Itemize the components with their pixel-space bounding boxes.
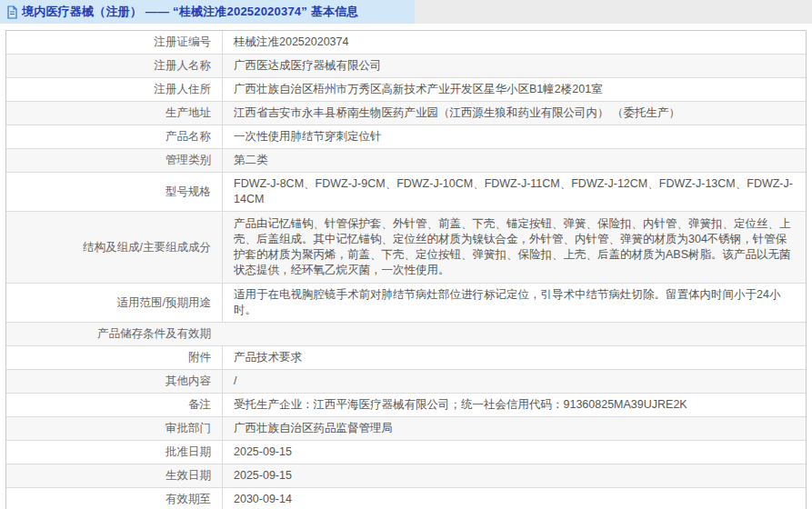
row-value: 产品由记忆锚钩、针管保护套、外针管、前盖、下壳、锚定按钮、弹簧、保险扣、内针管、…	[222, 212, 806, 283]
table-row: 结构及组成/主要组成成分产品由记忆锚钩、针管保护套、外针管、前盖、下壳、锚定按钮…	[6, 211, 806, 283]
row-value: 江西省吉安市永丰县桥南生物医药产业园（江西源生狼和药业有限公司内） （委托生产）	[222, 102, 806, 125]
table-row: 其他内容/	[6, 369, 806, 393]
row-value: 桂械注准20252020374	[222, 31, 806, 54]
row-label-text: 产品名称	[165, 129, 211, 145]
table-row: 注册人名称广西医达成医疗器械有限公司	[6, 54, 806, 77]
row-label: 有效期至	[6, 488, 222, 509]
row-label-text: 备注	[188, 397, 211, 413]
row-label-text: 注册人名称	[155, 58, 212, 74]
row-label: 注册证编号	[6, 31, 222, 54]
table-row: 附件产品技术要求	[6, 345, 806, 369]
row-value: 广西壮族自治区梧州市万秀区高新技术产业开发区星华小区B1幢2楼201室	[222, 78, 806, 101]
row-value: 广西医达成医疗器械有限公司	[222, 55, 806, 77]
table-row: 生效日期2025-09-15	[6, 464, 806, 487]
row-label: 生产地址	[6, 102, 222, 125]
table-row: 批准日期2025-09-15	[6, 440, 806, 464]
row-label: 生效日期	[6, 464, 222, 487]
table-row: 有效期至2030-09-14	[6, 487, 806, 509]
row-label-text: 注册证编号	[155, 35, 212, 50]
row-label-text: 产品储存条件及有效期	[97, 326, 211, 342]
row-label-text: 注册人住所	[155, 82, 212, 97]
row-value: /	[222, 370, 806, 393]
row-label-text: 型号规格	[165, 185, 211, 200]
row-label: 产品名称	[6, 125, 222, 148]
row-value: 2025-09-15	[222, 464, 806, 487]
row-label-text: 生效日期	[165, 468, 211, 484]
header-title-segment: 境内医疗器械（注册） —— “桂械注准20252020374” 基本信息	[0, 0, 415, 24]
row-label-text: 适用范围/预期用途	[117, 295, 211, 311]
row-label-text: 生产地址	[165, 105, 211, 121]
row-label-text: 有效期至	[165, 492, 211, 507]
row-label: 结构及组成/主要组成成分	[6, 236, 222, 259]
row-value: 一次性使用肺结节穿刺定位针	[222, 125, 806, 148]
table-row: 注册人住所广西壮族自治区梧州市万秀区高新技术产业开发区星华小区B1幢2楼201室	[6, 77, 806, 101]
table-row: 管理类别第二类	[6, 148, 806, 172]
row-label: 产品储存条件及有效期	[6, 323, 222, 345]
row-value: 第二类	[222, 149, 806, 172]
row-label: 适用范围/预期用途	[6, 292, 222, 314]
row-label-text: 审批部门	[165, 421, 211, 436]
table-row: 审批部门广西壮族自治区药品监督管理局	[6, 416, 806, 440]
row-value: 2030-09-14	[222, 488, 806, 509]
table-row: 产品名称一次性使用肺结节穿刺定位针	[6, 125, 806, 148]
row-label: 注册人住所	[6, 78, 222, 101]
row-value	[222, 323, 806, 345]
row-value: FDWZ-J-8CM、FDWZ-J-9CM、FDWZ-J-10CM、FDWZ-J…	[222, 173, 806, 211]
header-bar: 境内医疗器械（注册） —— “桂械注准20252020374” 基本信息	[0, 0, 812, 24]
row-label-text: 结构及组成/主要组成成分	[83, 240, 211, 255]
row-label: 备注	[6, 394, 222, 416]
page-title: 境内医疗器械（注册） —— “桂械注准20252020374” 基本信息	[22, 4, 359, 20]
table-row: 适用范围/预期用途适用于在电视胸腔镜手术前对肺结节病灶部位进行标记定位，引导术中…	[6, 283, 806, 322]
row-value: 适用于在电视胸腔镜手术前对肺结节病灶部位进行标记定位，引导术中结节病灶切除。留置…	[222, 284, 806, 322]
row-label: 审批部门	[6, 417, 222, 440]
row-value: 2025-09-15	[222, 441, 806, 464]
table-row: 备注受托生产企业：江西平海医疗器械有限公司；统一社会信用代码：91360825M…	[6, 393, 806, 416]
row-value: 产品技术要求	[222, 346, 806, 369]
row-value: 广西壮族自治区药品监督管理局	[222, 417, 806, 440]
row-label: 注册人名称	[6, 55, 222, 77]
row-label-text: 附件	[188, 350, 211, 365]
row-label-text: 批准日期	[165, 444, 211, 460]
row-label: 管理类别	[6, 149, 222, 172]
row-label-text: 管理类别	[165, 153, 211, 168]
row-label: 型号规格	[6, 181, 222, 204]
table-row: 产品储存条件及有效期	[6, 322, 806, 345]
table-row: 生产地址江西省吉安市永丰县桥南生物医药产业园（江西源生狼和药业有限公司内） （委…	[6, 101, 806, 125]
table-row: 型号规格FDWZ-J-8CM、FDWZ-J-9CM、FDWZ-J-10CM、FD…	[6, 172, 806, 211]
row-label: 其他内容	[6, 370, 222, 393]
info-table: 注册证编号桂械注准20252020374注册人名称广西医达成医疗器械有限公司注册…	[5, 30, 807, 509]
row-label: 附件	[6, 346, 222, 369]
row-value: 受托生产企业：江西平海医疗器械有限公司；统一社会信用代码：91360825MA3…	[222, 394, 806, 416]
row-label: 批准日期	[6, 441, 222, 464]
document-icon	[6, 5, 18, 19]
row-label-text: 其他内容	[165, 374, 211, 389]
table-row: 注册证编号桂械注准20252020374	[6, 31, 806, 54]
